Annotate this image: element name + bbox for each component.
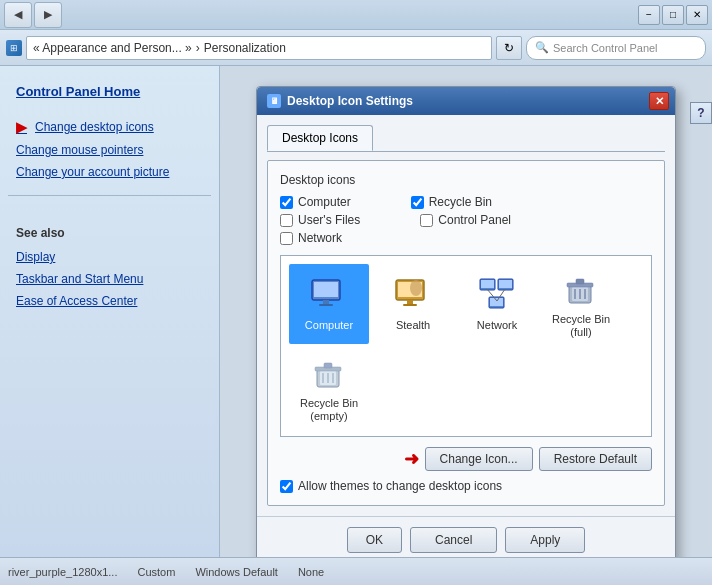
dialog-inner: Desktop icons Computer Recycle Bin (267, 160, 665, 506)
checkbox-control-panel[interactable]: Control Panel (420, 213, 511, 227)
checkbox-control-panel-label: Control Panel (438, 213, 511, 227)
red-arrow-icon: ➜ (404, 448, 419, 470)
checkbox-control-panel-input[interactable] (420, 214, 433, 227)
icon-label-recycle-full: Recycle Bin(full) (552, 313, 610, 339)
refresh-button[interactable]: ↻ (496, 36, 522, 60)
sidebar-item-ease-of-access[interactable]: Ease of Access Center (0, 290, 219, 312)
dialog-title: 🖥 Desktop Icon Settings (267, 94, 413, 108)
network-icon (477, 275, 517, 315)
status-none: None (298, 566, 324, 578)
search-placeholder: Search Control Panel (553, 42, 658, 54)
allow-themes-label: Allow themes to change desktop icons (298, 479, 502, 493)
svg-rect-10 (481, 280, 494, 288)
tab-desktop-icons[interactable]: Desktop Icons (267, 125, 373, 151)
icon-label-network: Network (477, 319, 517, 332)
forward-button[interactable]: ▶ (34, 2, 62, 28)
address-path-current: Personalization (204, 41, 286, 55)
svg-rect-1 (314, 282, 338, 297)
minimize-button[interactable]: − (638, 5, 660, 25)
recycle-empty-icon (309, 353, 349, 393)
change-icon-button[interactable]: Change Icon... (425, 447, 533, 471)
status-wallpaper: river_purple_1280x1... (8, 566, 117, 578)
svg-rect-27 (324, 363, 332, 368)
checkbox-recycle-bin-label: Recycle Bin (429, 195, 492, 209)
dialog-close-button[interactable]: ✕ (649, 92, 669, 110)
cancel-button[interactable]: Cancel (410, 527, 497, 553)
svg-rect-2 (323, 300, 329, 304)
icon-label-recycle-empty: Recycle Bin(empty) (300, 397, 358, 423)
status-custom: Custom (137, 566, 175, 578)
maximize-button[interactable]: □ (662, 5, 684, 25)
sidebar-item-label: Change your account picture (16, 165, 169, 179)
dialog-footer: OK Cancel Apply (257, 516, 675, 557)
status-bar: river_purple_1280x1... Custom Windows De… (0, 557, 712, 585)
svg-point-8 (410, 280, 422, 296)
dialog-body: Desktop Icons Desktop icons Computer (257, 115, 675, 516)
icon-cell-recycle-full[interactable]: Recycle Bin(full) (541, 264, 621, 344)
sidebar-item-change-account-picture[interactable]: Change your account picture (0, 161, 219, 183)
svg-rect-12 (499, 280, 512, 288)
ok-button[interactable]: OK (347, 527, 402, 553)
desktop-icon-settings-dialog: 🖥 Desktop Icon Settings ✕ Desktop Icons … (256, 86, 676, 557)
window-controls: − □ ✕ (638, 5, 708, 25)
restore-default-button[interactable]: Restore Default (539, 447, 652, 471)
search-icon: 🔍 (535, 41, 549, 54)
checkbox-recycle-bin-input[interactable] (411, 196, 424, 209)
dialog-title-icon: 🖥 (267, 94, 281, 108)
sidebar-item-taskbar[interactable]: Taskbar and Start Menu (0, 268, 219, 290)
checkbox-computer[interactable]: Computer (280, 195, 351, 209)
icon-cell-network[interactable]: Network (457, 264, 537, 344)
checkbox-users-files-input[interactable] (280, 214, 293, 227)
checkboxes-row-2: User's Files Control Panel (280, 213, 652, 227)
main-content: Control Panel Home ▶ Change desktop icon… (0, 66, 712, 557)
close-button[interactable]: ✕ (686, 5, 708, 25)
allow-themes-row: Allow themes to change desktop icons (280, 479, 652, 493)
recycle-full-icon (561, 269, 601, 309)
apply-button[interactable]: Apply (505, 527, 585, 553)
checkboxes-row-3: Network (280, 231, 652, 245)
desktop-icons-section-label: Desktop icons (280, 173, 652, 187)
dialog-tab-bar: Desktop Icons (267, 125, 665, 152)
icons-grid: Computer (280, 255, 652, 437)
search-box[interactable]: 🔍 Search Control Panel (526, 36, 706, 60)
checkboxes-row-1: Computer Recycle Bin (280, 195, 652, 209)
sidebar-item-change-desktop-icons[interactable]: ▶ Change desktop icons (0, 115, 219, 139)
allow-themes-checkbox[interactable] (280, 480, 293, 493)
address-bar: ⊞ « Appearance and Person... » › Persona… (0, 30, 712, 66)
checkbox-computer-label: Computer (298, 195, 351, 209)
sidebar-item-display[interactable]: Display (0, 246, 219, 268)
dialog-title-bar: 🖥 Desktop Icon Settings ✕ (257, 87, 675, 115)
sidebar-item-label: Ease of Access Center (16, 294, 137, 308)
icon-cell-recycle-empty[interactable]: Recycle Bin(empty) (289, 348, 369, 428)
icon-cell-computer[interactable]: Computer (289, 264, 369, 344)
checkbox-network[interactable]: Network (280, 231, 342, 245)
svg-rect-7 (403, 304, 417, 306)
see-also-heading: See also (0, 220, 219, 246)
address-icon: ⊞ (6, 40, 22, 56)
main-window: ◀ ▶ − □ ✕ ⊞ « Appearance and Person... »… (0, 0, 712, 585)
icon-label-computer: Computer (305, 319, 353, 332)
nav-buttons: ◀ ▶ (4, 2, 62, 28)
checkbox-computer-input[interactable] (280, 196, 293, 209)
stealth-icon (393, 275, 433, 315)
sidebar-item-change-mouse-pointers[interactable]: Change mouse pointers (0, 139, 219, 161)
checkbox-users-files[interactable]: User's Files (280, 213, 360, 227)
sidebar-item-label: Taskbar and Start Menu (16, 272, 143, 286)
address-path[interactable]: « Appearance and Person... » › Personali… (26, 36, 492, 60)
icon-cell-stealth[interactable]: Stealth (373, 264, 453, 344)
sidebar: Control Panel Home ▶ Change desktop icon… (0, 66, 220, 557)
address-path-prefix: « Appearance and Person... » (33, 41, 192, 55)
checkbox-network-input[interactable] (280, 232, 293, 245)
sidebar-item-label: Change desktop icons (35, 120, 154, 134)
svg-rect-3 (319, 304, 333, 306)
dialog-title-text: Desktop Icon Settings (287, 94, 413, 108)
svg-rect-14 (490, 298, 503, 306)
dialog-overlay: 🖥 Desktop Icon Settings ✕ Desktop Icons … (220, 66, 712, 557)
title-bar-left: ◀ ▶ (4, 2, 62, 28)
computer-icon (309, 275, 349, 315)
back-button[interactable]: ◀ (4, 2, 32, 28)
checkbox-recycle-bin[interactable]: Recycle Bin (411, 195, 492, 209)
svg-rect-20 (576, 279, 584, 284)
sidebar-item-label: Change mouse pointers (16, 143, 143, 157)
sidebar-home[interactable]: Control Panel Home (0, 76, 219, 107)
